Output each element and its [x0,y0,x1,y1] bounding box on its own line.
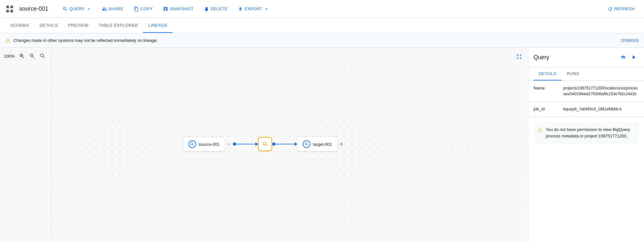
permission-warning-message: You do not have permission to view BigQu… [546,126,634,139]
svg-rect-1 [10,5,13,8]
copy-button[interactable]: COPY [130,5,157,14]
snapshot-button[interactable]: SNAPSHOT [159,5,197,14]
share-label: SHARE [109,6,123,11]
source-node[interactable]: source-001 [183,137,225,152]
detail-row-job-id: job_id bquxjob_7a6465c9_1881efdbbb b [528,102,644,117]
detail-value-name: projects/199751771200/locations/us/proce… [563,85,639,97]
export-label: EXPORT [245,6,262,11]
search-icon [62,6,68,12]
svg-rect-3 [10,10,13,12]
right-panel: Query DETAILS RUNS Name projects/1997517… [528,48,644,242]
canvas-divider [52,48,52,242]
main-area: 100% source-001 [0,48,644,242]
panel-title: Query [533,54,618,61]
connector-line-left [236,144,255,144]
detail-key-job-id: job_id [533,106,559,111]
copy-icon [134,6,139,12]
panel-header: Query [528,48,644,67]
grid-icon [5,5,14,14]
zoom-reset-button[interactable] [38,51,47,60]
panel-content: Name projects/199751771200/locations/us/… [528,81,644,242]
warning-icon: ⚠ [5,37,10,44]
export-button[interactable]: EXPORT [234,5,273,14]
toolbar: source-001 QUERY SHARE COPY SNAPSHOT DEL… [0,0,644,18]
notification-message: Changes made in other systems may not be… [14,38,621,43]
panel-tab-runs[interactable]: RUNS [562,67,584,80]
snapshot-icon [163,6,168,12]
panel-close-button[interactable] [629,52,639,62]
chevron-down-icon-export [264,6,269,12]
tab-schema[interactable]: SCHEMA [5,18,34,33]
refresh-label: REFRESH [614,6,635,11]
process-node-icon [262,141,268,147]
zoom-out-button[interactable] [28,51,37,60]
copy-label: COPY [140,6,153,11]
fullscreen-button[interactable] [514,51,524,62]
minus-button[interactable]: − [225,140,233,148]
plus-button[interactable]: + [338,140,345,148]
snapshot-label: SNAPSHOT [170,6,194,11]
panel-tabs: DETAILS RUNS [528,67,644,81]
svg-rect-2 [6,10,9,12]
zoom-out-icon [29,53,35,59]
page-title: source-001 [19,5,48,12]
tab-lineage[interactable]: LINEAGE [143,18,173,33]
query-label: QUERY [69,6,85,11]
panel-collapse-button[interactable] [618,52,629,62]
detail-row-name: Name projects/199751771200/locations/us/… [528,81,644,102]
panel-tab-details[interactable]: DETAILS [533,67,562,80]
zoom-level: 100% [4,54,16,59]
source-node-label: source-001 [198,142,219,146]
connector-dot-left [233,143,236,146]
query-button[interactable]: QUERY [59,5,95,14]
arrow-to-process [255,142,258,146]
permission-warning-icon: ⚠ [537,126,543,134]
permission-warning: ⚠ You do not have permission to view Big… [533,122,639,144]
arrow-to-target [294,142,297,146]
target-node[interactable]: target-001 [297,137,337,152]
refresh-icon [608,6,613,12]
connector-dot-right [272,143,275,146]
export-icon [238,6,243,12]
refresh-button[interactable]: REFRESH [604,5,639,14]
delete-label: DELETE [211,6,227,11]
detail-value-job-id: bquxjob_7a6465c9_1881efdbbb b [563,106,639,112]
lineage-diagram: source-001 − [183,137,345,152]
source-node-icon [188,140,196,148]
svg-rect-0 [6,5,9,8]
zoom-reset-icon [39,53,46,59]
target-node-icon [303,140,310,148]
tabs-bar: SCHEMA DETAILS PREVIEW TABLE EXPLORER LI… [0,18,644,33]
collapse-icon [620,54,627,60]
dismiss-button[interactable]: DISMISS [621,38,639,43]
tab-preview[interactable]: PREVIEW [63,18,93,33]
zoom-controls: 100% [4,51,47,60]
canvas-area: 100% source-001 [0,48,528,242]
zoom-in-button[interactable] [17,51,26,60]
connector-line-right [275,144,294,144]
delete-button[interactable]: DELETE [200,5,231,14]
tab-table-explorer[interactable]: TABLE EXPLORER [94,18,143,33]
notification-banner: ⚠ Changes made in other systems may not … [0,33,644,48]
target-node-label: target-001 [313,142,332,146]
detail-key-name: Name [533,85,559,90]
svg-rect-4 [621,58,625,59]
fullscreen-icon [515,53,523,60]
share-icon [102,6,107,12]
process-node[interactable] [258,137,272,151]
close-panel-icon [630,54,637,60]
delete-icon [204,6,209,12]
chevron-down-icon [86,6,91,12]
zoom-in-icon [19,53,25,59]
tab-details[interactable]: DETAILS [34,18,63,33]
share-button[interactable]: SHARE [98,5,127,14]
